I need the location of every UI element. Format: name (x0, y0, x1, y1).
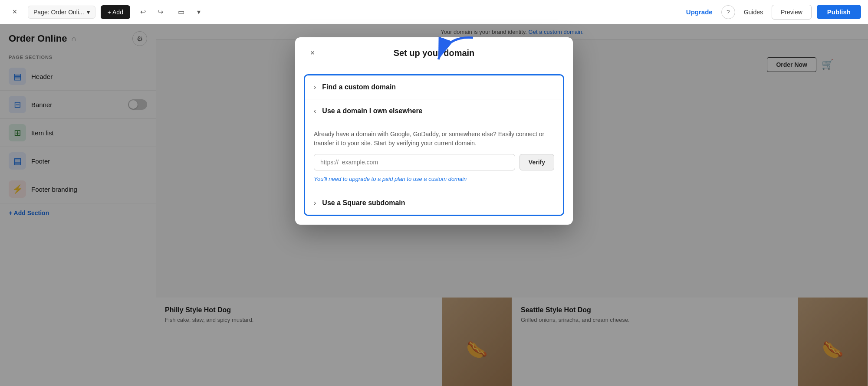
own-domain-label: Use a domain I own elsewhere (322, 107, 422, 115)
view-mode-group: ▭ ▾ (174, 4, 207, 20)
page-selector-label: Page: Order Onli... (33, 9, 84, 16)
modal-close-button[interactable]: × (306, 46, 319, 60)
find-custom-label: Find a custom domain (322, 83, 396, 91)
find-custom-chevron: › (314, 83, 316, 91)
domain-modal: × Set up your domain › Find a custom dom… (295, 37, 573, 225)
own-domain-chevron: ‹ (314, 107, 316, 115)
upgrade-link[interactable]: Upgrade (683, 8, 716, 16)
modal-header: × Set up your domain (295, 37, 573, 67)
view-caret-button[interactable]: ▾ (191, 4, 207, 20)
domain-input-row: Verify (314, 154, 554, 170)
view-mode-button[interactable]: ▭ (174, 4, 189, 20)
undo-redo-group: ↩ ↪ (135, 4, 168, 20)
page-selector[interactable]: Page: Order Onli... ▾ (28, 6, 95, 19)
own-domain-expanded: Already have a domain with Google, GoDad… (305, 123, 563, 191)
option-own-domain[interactable]: ‹ Use a domain I own elsewhere (305, 99, 563, 123)
modal-options-box: › Find a custom domain ‹ Use a domain I … (304, 74, 564, 216)
topbar: × Page: Order Onli... ▾ + Add ↩ ↪ ▭ ▾ Up… (0, 0, 868, 24)
publish-button[interactable]: Publish (817, 5, 861, 19)
option-find-custom[interactable]: › Find a custom domain (305, 75, 563, 99)
preview-button[interactable]: Preview (772, 5, 812, 20)
page-selector-caret: ▾ (87, 9, 90, 16)
square-subdomain-label: Use a Square subdomain (322, 199, 405, 207)
redo-button[interactable]: ↪ (153, 4, 168, 20)
square-subdomain-chevron: › (314, 199, 316, 207)
upgrade-notice: You'll need to upgrade to a paid plan to… (314, 176, 554, 182)
own-domain-desc: Already have a domain with Google, GoDad… (314, 130, 554, 148)
modal-body: › Find a custom domain ‹ Use a domain I … (295, 67, 573, 225)
option-square-subdomain[interactable]: › Use a Square subdomain (305, 191, 563, 215)
domain-input-field[interactable] (314, 154, 515, 170)
guides-link[interactable]: Guides (740, 9, 766, 16)
undo-button[interactable]: ↩ (135, 4, 151, 20)
close-button[interactable]: × (7, 4, 23, 20)
help-button[interactable]: ? (721, 5, 735, 19)
verify-button[interactable]: Verify (519, 154, 554, 170)
modal-title: Set up your domain (319, 48, 549, 58)
add-button[interactable]: + Add (101, 5, 130, 19)
modal-overlay: × Set up your domain › Find a custom dom… (0, 24, 868, 386)
